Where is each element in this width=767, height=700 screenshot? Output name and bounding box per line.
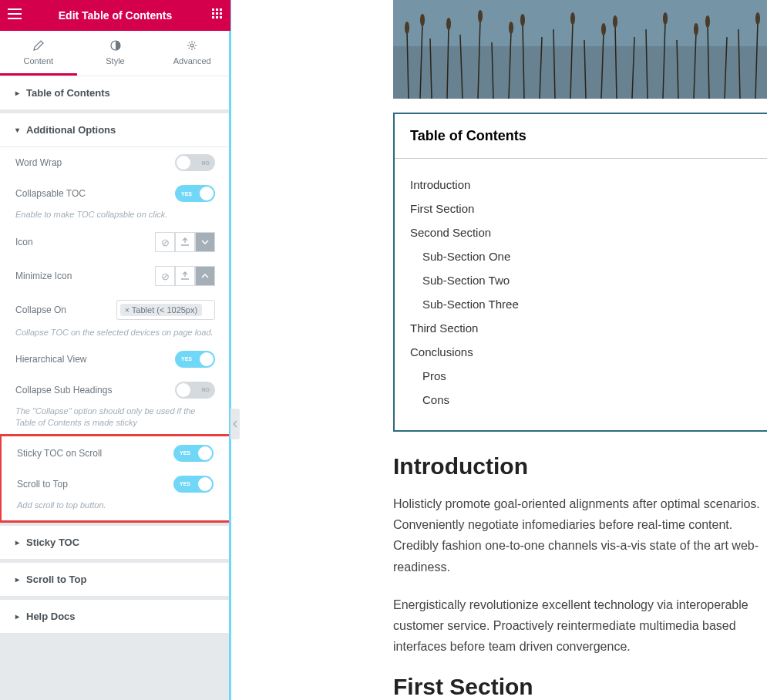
icon-none-button[interactable]: ⊘ — [155, 232, 175, 252]
toc-item[interactable]: Introduction — [410, 173, 752, 197]
control-scroll-top: Scroll to Top YES — [2, 469, 229, 500]
tab-style[interactable]: Style — [77, 31, 154, 76]
section-scroll-top[interactable]: ▸ Scroll to Top — [0, 563, 230, 597]
scroll-top-desc: Add scroll to top button. — [2, 500, 229, 516]
section-help[interactable]: ▸ Help Docs — [0, 600, 230, 634]
svg-point-13 — [190, 44, 193, 47]
section-sticky-label: Sticky TOC — [26, 537, 79, 548]
svg-rect-6 — [212, 12, 214, 15]
toc-title: Table of Contents — [395, 114, 767, 159]
svg-point-40 — [405, 22, 409, 34]
control-collapsable: Collapsable TOC YES — [0, 178, 230, 209]
scroll-top-label: Scroll to Top — [17, 479, 68, 490]
minimize-icon-label: Minimize Icon — [15, 271, 72, 281]
control-collapse-sub: Collapse Sub Headings NO — [0, 375, 230, 406]
article-paragraph: Energistically revolutionize excellent t… — [393, 594, 767, 658]
toc-item[interactable]: Second Section — [410, 220, 752, 244]
sidebar-edge — [229, 0, 231, 700]
menu-icon[interactable] — [8, 8, 22, 22]
toc-item[interactable]: First Section — [410, 197, 752, 220]
caret-right-icon: ▸ — [15, 612, 19, 621]
toc-sub-item[interactable]: Sub-Section Three — [410, 292, 752, 316]
toc-item[interactable]: Third Section — [410, 316, 752, 340]
svg-rect-15 — [393, 46, 767, 99]
sticky-scroll-label: Sticky TOC on Scroll — [17, 448, 102, 459]
section-toc[interactable]: ▸ Table of Contents — [0, 76, 230, 110]
control-word-wrap: Word Wrap NO — [0, 147, 230, 178]
svg-rect-8 — [220, 12, 222, 15]
panel-header: Edit Table of Contents — [0, 0, 230, 31]
toc-sub-item[interactable]: Sub-Section Two — [410, 268, 752, 292]
svg-point-45 — [520, 14, 525, 26]
preview-area: Table of Contents Introduction First Sec… — [231, 0, 767, 700]
hierarchical-label: Hierarchical View — [15, 354, 86, 365]
panel-collapse-handle[interactable] — [230, 409, 240, 439]
svg-point-42 — [446, 18, 451, 30]
pencil-icon — [0, 40, 77, 52]
toc-widget: Table of Contents Introduction First Sec… — [393, 113, 767, 432]
collapsable-desc: Enable to make TOC collapsble on click. — [0, 209, 230, 225]
svg-point-52 — [755, 12, 760, 25]
caret-right-icon: ▸ — [15, 538, 19, 547]
icon-label: Icon — [15, 237, 33, 247]
collapse-on-label: Collapse On — [15, 300, 66, 315]
tab-advanced[interactable]: Advanced — [153, 31, 230, 76]
toc-sub-item[interactable]: Cons — [410, 388, 752, 412]
section-additional-label: Additional Options — [26, 124, 116, 136]
min-icon-upload-button[interactable] — [175, 266, 195, 286]
collapse-on-desc: Collapse TOC on the selected devices on … — [0, 327, 230, 343]
article-paragraph: Holisticly promote goal-oriented alignme… — [393, 493, 767, 577]
sticky-scroll-toggle[interactable]: YES — [173, 445, 214, 462]
svg-rect-1 — [8, 13, 22, 15]
article-heading: First Section — [393, 674, 767, 700]
section-additional[interactable]: ▾ Additional Options — [0, 113, 230, 147]
apps-icon[interactable] — [212, 8, 223, 22]
word-wrap-toggle[interactable]: NO — [175, 154, 215, 171]
toc-sub-item[interactable]: Pros — [410, 364, 752, 388]
svg-point-46 — [570, 12, 575, 25]
collapse-on-input[interactable]: ×Tablet (< 1025px) — [116, 300, 215, 320]
control-collapse-on: Collapse On ×Tablet (< 1025px) — [0, 293, 230, 327]
collapse-sub-label: Collapse Sub Headings — [15, 385, 112, 395]
tab-content-label: Content — [24, 56, 54, 66]
section-sticky[interactable]: ▸ Sticky TOC — [0, 526, 230, 560]
section-help-label: Help Docs — [26, 611, 76, 622]
scroll-top-toggle[interactable]: YES — [173, 476, 214, 493]
hierarchical-toggle[interactable]: YES — [175, 351, 215, 368]
collapse-sub-toggle[interactable]: NO — [175, 382, 215, 399]
icon-dropdown-button[interactable] — [195, 232, 215, 252]
min-icon-collapse-button[interactable] — [195, 266, 215, 286]
control-minimize-icon: Minimize Icon ⊘ — [0, 259, 230, 293]
collapse-sub-desc: The "Collapse" option should only be use… — [0, 406, 230, 434]
toc-list: Introduction First Section Second Sectio… — [395, 159, 767, 430]
tab-content[interactable]: Content — [0, 31, 77, 76]
section-scroll-top-label: Scroll to Top — [26, 574, 86, 585]
article-heading: Introduction — [393, 453, 767, 480]
collapsable-toggle[interactable]: YES — [175, 185, 215, 202]
svg-point-44 — [509, 22, 513, 34]
svg-point-49 — [663, 12, 668, 25]
collapsable-label: Collapsable TOC — [15, 188, 86, 199]
min-icon-none-button[interactable]: ⊘ — [155, 266, 175, 286]
svg-point-50 — [694, 23, 698, 35]
svg-rect-9 — [212, 16, 214, 19]
svg-rect-0 — [8, 8, 22, 10]
tab-style-label: Style — [106, 56, 124, 66]
control-sticky-scroll: Sticky TOC on Scroll YES — [2, 438, 229, 469]
control-hierarchical: Hierarchical View YES — [0, 344, 230, 375]
toc-sub-item[interactable]: Sub-Section One — [410, 244, 752, 268]
section-toc-label: Table of Contents — [26, 87, 110, 99]
toc-item[interactable]: Conclusions — [410, 340, 752, 364]
control-icon: Icon ⊘ — [0, 225, 230, 259]
svg-rect-4 — [216, 8, 218, 11]
tag-remove-icon[interactable]: × — [125, 306, 130, 315]
icon-upload-button[interactable] — [175, 232, 195, 252]
panel-title: Edit Table of Contents — [59, 9, 173, 22]
svg-point-51 — [705, 15, 710, 28]
panel-scroll: ▸ Table of Contents ▾ Additional Options… — [0, 76, 230, 700]
article-body: Introduction Holisticly promote goal-ori… — [393, 432, 767, 700]
hero-image — [393, 0, 767, 99]
collapse-on-tag: Tablet (< 1025px) — [132, 305, 197, 315]
contrast-icon — [77, 40, 154, 52]
gear-icon — [153, 40, 230, 52]
